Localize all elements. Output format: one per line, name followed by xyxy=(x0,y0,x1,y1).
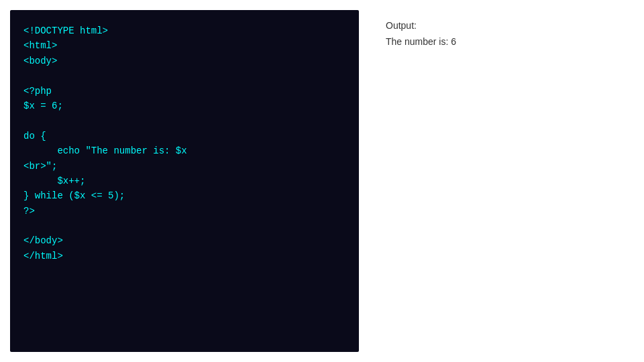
output-panel: Output: The number is: 6 xyxy=(359,0,644,362)
output-value: The number is: 6 xyxy=(386,36,617,47)
code-editor-panel: <!DOCTYPE html> <html> <body> <?php $x =… xyxy=(10,10,359,352)
code-content: <!DOCTYPE html> <html> <body> <?php $x =… xyxy=(23,23,345,263)
output-label: Output: xyxy=(386,20,617,31)
